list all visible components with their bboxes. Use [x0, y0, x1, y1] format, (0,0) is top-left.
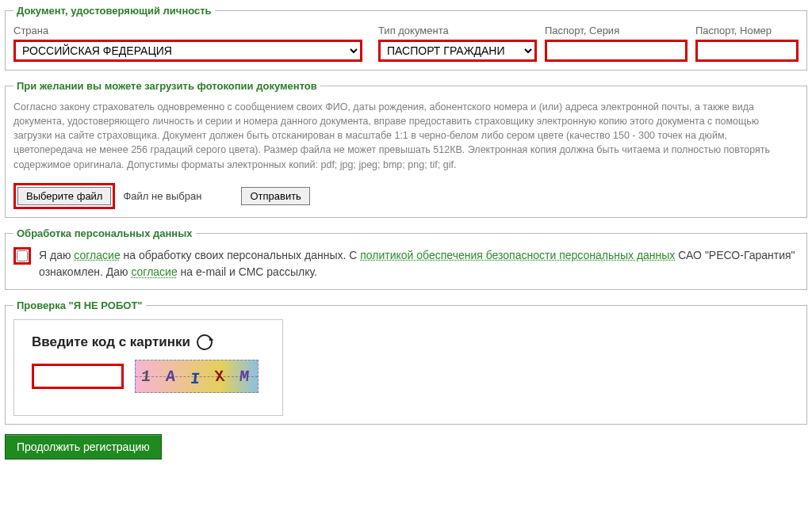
captcha-row: 1 A I X M: [32, 360, 265, 393]
captcha-char: A: [165, 368, 179, 386]
passport-series-input[interactable]: [547, 42, 685, 59]
captcha-legend: Проверка "Я НЕ РОБОТ": [13, 299, 146, 311]
refresh-icon[interactable]: [197, 334, 213, 350]
doctype-label: Тип документа: [378, 25, 537, 36]
passport-number-label: Паспорт, Номер: [695, 25, 799, 36]
consent-link-3[interactable]: согласие: [131, 265, 177, 278]
consent-checkbox-wrap: [13, 247, 31, 265]
consent-row: Я даю согласие на обработку своих персон…: [13, 247, 799, 281]
passport-number-wrap: [695, 40, 799, 62]
file-row: Выберите файл Файл не выбран Отправить: [13, 183, 799, 209]
no-file-label: Файл не выбран: [123, 190, 201, 202]
country-select[interactable]: РОССИЙСКАЯ ФЕДЕРАЦИЯ: [16, 42, 360, 59]
captcha-box: Введите код с картинки 1 A I X M: [13, 319, 283, 416]
captcha-char: X: [213, 368, 228, 386]
doctype-select-wrap: ПАСПОРТ ГРАЖДАНИ: [378, 40, 537, 62]
passport-number-input[interactable]: [698, 42, 796, 59]
country-select-wrap: РОССИЙСКАЯ ФЕДЕРАЦИЯ: [13, 40, 362, 62]
consent-link-2[interactable]: политикой обеспечения безопасности персо…: [360, 249, 675, 261]
choose-file-wrap: Выберите файл: [13, 183, 115, 209]
captcha-char: I: [190, 370, 204, 388]
captcha-input-wrap: [32, 364, 124, 389]
captcha-char: M: [238, 368, 252, 386]
consent-checkbox[interactable]: [17, 250, 28, 261]
identity-fieldset: Документ, удостоверяющий личность Страна…: [5, 5, 807, 71]
captcha-image: 1 A I X M: [135, 360, 259, 393]
consent-legend: Обработка персональных данных: [13, 227, 196, 239]
captcha-title-row: Введите код с картинки: [32, 334, 265, 350]
continue-registration-button[interactable]: Продолжить регистрацию: [5, 434, 162, 460]
doctype-select[interactable]: ПАСПОРТ ГРАЖДАНИ: [381, 42, 534, 59]
consent-fieldset: Обработка персональных данных Я даю согл…: [5, 227, 807, 290]
country-label: Страна: [13, 25, 362, 36]
identity-row: Страна РОССИЙСКАЯ ФЕДЕРАЦИЯ Тип документ…: [13, 25, 799, 62]
upload-legal-text: Согласно закону страхователь одновременн…: [13, 100, 799, 172]
captcha-char: 1: [140, 368, 155, 386]
upload-legend: При желании вы можете загрузить фотокопи…: [13, 80, 320, 92]
passport-series-label: Паспорт, Серия: [545, 25, 688, 36]
passport-series-wrap: [545, 40, 688, 62]
consent-link-1[interactable]: согласие: [74, 249, 120, 261]
choose-file-button[interactable]: Выберите файл: [17, 187, 111, 205]
captcha-title: Введите код с картинки: [32, 334, 190, 350]
captcha-fieldset: Проверка "Я НЕ РОБОТ" Введите код с карт…: [5, 299, 807, 425]
send-file-button[interactable]: Отправить: [241, 187, 309, 205]
captcha-input[interactable]: [34, 366, 121, 387]
consent-text: Я даю согласие на обработку своих персон…: [39, 247, 799, 281]
identity-legend: Документ, удостоверяющий личность: [13, 5, 215, 17]
upload-fieldset: При желании вы можете загрузить фотокопи…: [5, 80, 807, 218]
